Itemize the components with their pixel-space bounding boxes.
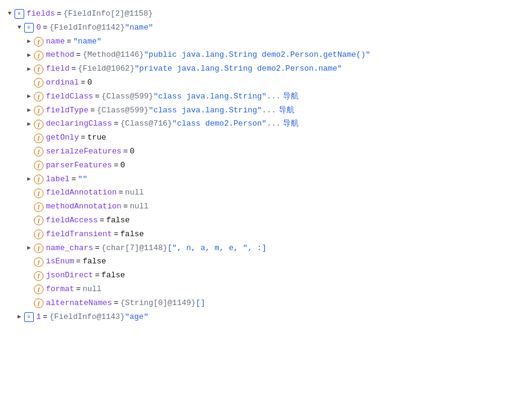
field-value: false bbox=[120, 228, 144, 241]
var-name: 0 bbox=[36, 22, 41, 34]
var-name: alternateNames bbox=[46, 297, 112, 310]
toggle-expanded[interactable] bbox=[15, 23, 24, 33]
tree-row: f fieldClass = {Class@599} "class java.l… bbox=[5, 90, 527, 104]
var-name: method bbox=[46, 49, 74, 62]
var-name: serialzeFeatures bbox=[46, 146, 122, 158]
equals-sign: = bbox=[66, 36, 71, 48]
toggle-collapsed[interactable] bbox=[24, 175, 34, 184]
tree-row: f alternateNames = {String[0]@1149} [] bbox=[5, 297, 527, 310]
field-icon: f bbox=[34, 285, 44, 294]
equals-sign: = bbox=[81, 77, 86, 89]
toggle-collapsed[interactable] bbox=[24, 37, 34, 47]
tree-row: f name = "name" bbox=[5, 35, 527, 49]
var-name: fieldAccess bbox=[46, 214, 98, 227]
field-icon: f bbox=[34, 65, 44, 74]
toggle-collapsed[interactable] bbox=[24, 120, 34, 129]
toggle-empty bbox=[24, 257, 34, 267]
toggle-collapsed[interactable] bbox=[24, 65, 34, 74]
toggle-collapsed[interactable] bbox=[15, 312, 24, 322]
tree-row: f fieldType = {Class@599} "class java.la… bbox=[5, 104, 527, 118]
var-name: fieldTransient bbox=[46, 228, 112, 241]
tree-row: f declaringClass = {Class@716} "class de… bbox=[5, 117, 527, 131]
field-value: "class demo2.Person" bbox=[172, 118, 267, 130]
tree-row: f parserFeatures = 0 bbox=[5, 159, 527, 173]
field-icon: f bbox=[34, 134, 44, 143]
field-value: "public java.lang.String demo2.Person.ge… bbox=[144, 49, 370, 62]
equals-sign: = bbox=[71, 63, 76, 76]
field-value: 0 bbox=[120, 159, 125, 172]
nav-link[interactable]: 导航 bbox=[283, 118, 299, 130]
field-value: 0 bbox=[130, 146, 135, 158]
equals-sign: = bbox=[95, 242, 100, 255]
tree-row: f fieldAnnotation = null bbox=[5, 186, 527, 200]
var-name: declaringClass bbox=[46, 118, 112, 130]
equals-sign: = bbox=[76, 283, 81, 296]
toggle-empty bbox=[24, 271, 34, 281]
equals-sign: = bbox=[57, 8, 62, 21]
toggle-empty bbox=[24, 134, 34, 143]
equals-sign: = bbox=[71, 173, 76, 186]
ref-value: {Class@716} bbox=[120, 118, 172, 130]
field-icon: f bbox=[34, 230, 44, 239]
field-icon: f bbox=[34, 298, 44, 308]
var-name: field bbox=[46, 63, 70, 76]
toggle-collapsed[interactable] bbox=[24, 92, 34, 101]
field-icon: f bbox=[34, 147, 44, 156]
tree-row: ≡ fields = {FieldInfo[2]@1158} bbox=[5, 7, 527, 21]
field-value: "age" bbox=[125, 311, 148, 324]
toggle-collapsed[interactable] bbox=[24, 106, 34, 115]
field-value: null bbox=[83, 283, 102, 296]
field-icon: f bbox=[34, 216, 44, 225]
var-name: fieldClass bbox=[46, 91, 93, 103]
ref-value: {FieldInfo@1142} bbox=[50, 22, 125, 34]
ref-value: {char[7]@1148} bbox=[102, 242, 167, 255]
toggle-collapsed[interactable] bbox=[24, 243, 34, 253]
array-icon: ≡ bbox=[24, 23, 34, 33]
tree-row: f label = "" bbox=[5, 173, 527, 187]
var-name: 1 bbox=[36, 311, 41, 324]
ref-value: {FieldInfo@1143} bbox=[50, 311, 125, 324]
equals-sign: = bbox=[114, 297, 118, 310]
equals-sign: = bbox=[118, 187, 123, 199]
equals-sign: = bbox=[114, 159, 118, 172]
toggle-empty bbox=[24, 161, 34, 170]
toggle-empty bbox=[24, 188, 34, 198]
equals-sign: = bbox=[114, 118, 118, 130]
tree-row: f getOnly = true bbox=[5, 131, 527, 145]
tree-row: f isEnum = false bbox=[5, 255, 527, 269]
var-name: ordinal bbox=[46, 77, 79, 89]
ellipsis: ... bbox=[267, 91, 281, 103]
field-icon: f bbox=[34, 106, 44, 115]
field-icon: f bbox=[34, 37, 44, 47]
field-value: false bbox=[106, 214, 130, 227]
field-value: "name" bbox=[125, 22, 153, 34]
field-icon: f bbox=[34, 243, 44, 253]
toggle-empty bbox=[24, 298, 34, 308]
ref-value: {Field@1062} bbox=[78, 63, 135, 76]
nav-link[interactable]: 导航 bbox=[283, 91, 299, 103]
array-icon: ≡ bbox=[15, 9, 24, 19]
tree-row: f field = {Field@1062} "private java.lan… bbox=[5, 62, 527, 76]
equals-sign: = bbox=[76, 256, 81, 268]
tree-row: f methodAnnotation = null bbox=[5, 200, 527, 214]
tree-row: f format = null bbox=[5, 283, 527, 297]
tree-row: f fieldTransient = false bbox=[5, 228, 527, 242]
toggle-empty bbox=[24, 285, 34, 294]
field-value: "name" bbox=[73, 36, 102, 48]
ref-value: {Method@1146} bbox=[83, 49, 144, 62]
field-value: true bbox=[87, 132, 106, 144]
toggle-collapsed[interactable] bbox=[24, 51, 34, 60]
equals-sign: = bbox=[95, 269, 100, 282]
ref-value: {Class@599} bbox=[97, 105, 149, 117]
field-value: 0 bbox=[87, 77, 92, 89]
field-value: null bbox=[130, 201, 149, 213]
equals-sign: = bbox=[123, 201, 128, 213]
tree-row: f jsonDirect = false bbox=[5, 269, 527, 283]
field-icon: f bbox=[34, 202, 44, 212]
nav-link[interactable]: 导航 bbox=[279, 105, 294, 117]
field-icon: f bbox=[34, 92, 44, 101]
tree-row: f fieldAccess = false bbox=[5, 214, 527, 228]
toggle-expanded[interactable] bbox=[5, 9, 15, 19]
field-icon: f bbox=[34, 51, 44, 60]
toggle-empty bbox=[24, 78, 34, 88]
